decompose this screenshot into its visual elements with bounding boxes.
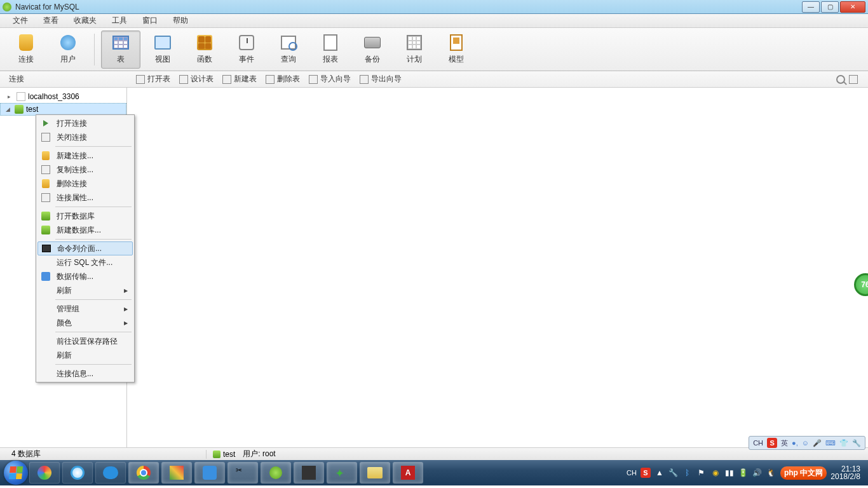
tool-function[interactable]: 函数 [185, 30, 224, 69]
tool-label: 查询 [281, 54, 296, 65]
status-user-label: 用户: root [243, 449, 275, 459]
tray-qq-icon[interactable]: 🐧 [766, 468, 776, 478]
language-bar[interactable]: CH S 英 ●, ☺ 🎤 ⌨ 👕 🔧 [749, 436, 865, 450]
taskbar-chrome[interactable] [128, 462, 159, 484]
chrome-icon [137, 466, 151, 480]
maximize-button[interactable]: ▢ [821, 1, 839, 13]
ime-mic-icon[interactable]: 🎤 [813, 439, 822, 447]
ctx-refresh2[interactable]: 刷新 [37, 348, 133, 362]
ctx-open-connection[interactable]: 打开连接 [37, 116, 133, 130]
tray-360-icon[interactable]: ◉ [710, 468, 721, 478]
ctx-delete-connection[interactable]: 删除连接 [37, 177, 133, 191]
taskbar-baidu-cloud[interactable] [95, 462, 126, 484]
ctx-goto-save-path[interactable]: 前往设置保存路径 [37, 334, 133, 348]
tool-connection[interactable]: 连接 [6, 30, 46, 69]
taskbar-wechat[interactable]: ✦ [327, 462, 357, 484]
import-wizard-button[interactable]: 导入向导 [305, 72, 355, 86]
ime-keyboard-icon[interactable]: ⌨ [825, 439, 836, 447]
taskbar-ie[interactable] [62, 462, 93, 484]
ctx-refresh[interactable]: 刷新▶ [37, 283, 133, 297]
tree-connection-item[interactable]: ▸ localhost_3306 [0, 90, 126, 103]
ctx-copy-connection[interactable]: 复制连接... [37, 163, 133, 177]
ime-emoji-icon[interactable]: ☺ [802, 439, 809, 447]
open-table-button[interactable]: 打开表 [132, 72, 174, 86]
search-icon[interactable] [836, 75, 845, 84]
taskbar-app-6[interactable] [194, 462, 225, 484]
tool-view[interactable]: 视图 [143, 30, 182, 69]
delete-table-button[interactable]: 删除表 [262, 72, 304, 86]
tool-report[interactable]: 报表 [311, 30, 350, 69]
menu-file[interactable]: 文件 [5, 13, 36, 28]
ctx-open-database[interactable]: 打开数据库 [37, 209, 133, 223]
ctx-manage-group[interactable]: 管理组▶ [37, 302, 133, 316]
tray-volume-icon[interactable]: 🔊 [752, 468, 763, 478]
window-titlebar: Navicat for MySQL — ▢ ✕ [0, 0, 868, 14]
connection-icon [17, 92, 25, 101]
design-table-button[interactable]: 设计表 [175, 72, 217, 86]
tray-battery-icon[interactable]: 🔋 [738, 468, 749, 478]
menu-window[interactable]: 窗口 [135, 13, 165, 28]
tray-lang[interactable]: CH [627, 469, 637, 477]
ctx-close-connection[interactable]: 关闭连接 [37, 130, 133, 144]
tray-tool-icon[interactable]: 🔧 [668, 468, 679, 478]
tool-backup[interactable]: 备份 [353, 30, 392, 69]
ctx-color[interactable]: 颜色▶ [37, 316, 133, 330]
tool-query[interactable]: 查询 [269, 30, 308, 69]
tool-model[interactable]: 模型 [437, 30, 476, 69]
tray-clock[interactable]: 21:13 2018/2/8 [831, 465, 860, 480]
new-table-button[interactable]: 新建表 [219, 72, 261, 86]
menu-view[interactable]: 查看 [36, 13, 66, 28]
tray-flag-icon[interactable]: ⚑ [696, 468, 707, 478]
ime-punct-icon[interactable]: ●, [792, 439, 798, 447]
taskbar-app-8[interactable] [294, 462, 324, 484]
start-button[interactable] [4, 461, 28, 485]
report-icon [320, 34, 341, 51]
expander-icon[interactable]: ◢ [6, 106, 12, 112]
ctx-data-transfer[interactable]: 数据传输... [37, 269, 133, 283]
php-cn-badge[interactable]: php 中文网 [780, 466, 827, 480]
sogou-ime-icon[interactable]: S [767, 438, 777, 448]
ctx-new-connection[interactable]: 新建连接... [37, 149, 133, 163]
ctx-connection-info[interactable]: 连接信息... [37, 367, 133, 381]
menu-tools[interactable]: 工具 [104, 13, 135, 28]
lang-ch[interactable]: CH [753, 439, 763, 447]
event-icon [236, 34, 257, 51]
export-wizard-button[interactable]: 导出向导 [356, 72, 405, 86]
lang-mode[interactable]: 英 [781, 438, 788, 448]
tray-bluetooth-icon[interactable]: ᛒ [682, 468, 693, 478]
ime-skin-icon[interactable]: 👕 [839, 439, 848, 447]
expander-icon[interactable]: ▸ [8, 93, 14, 100]
tool-table[interactable]: 表 [101, 30, 140, 69]
ctx-connection-props[interactable]: 连接属性... [37, 191, 133, 205]
taskbar-app-5[interactable] [161, 462, 192, 484]
tray-up-icon[interactable]: ▲ [654, 468, 665, 478]
taskbar-adobe[interactable]: A [393, 462, 423, 484]
scissors-icon: ✂ [236, 466, 250, 480]
tool-label: 模型 [449, 54, 464, 65]
ctx-console[interactable]: 命令列介面... [37, 241, 133, 255]
view-icon [153, 34, 173, 51]
taskbar-navicat[interactable] [261, 462, 291, 484]
connection-label: localhost_3306 [28, 92, 79, 101]
taskbar-snip[interactable]: ✂ [227, 462, 258, 484]
tool-schedule[interactable]: 计划 [395, 30, 434, 69]
btn-label: 删除表 [277, 74, 300, 85]
tool-user[interactable]: 用户 [48, 30, 88, 69]
close-button[interactable]: ✕ [840, 1, 865, 13]
new-conn-icon [42, 151, 50, 160]
menu-help[interactable]: 帮助 [165, 13, 196, 28]
submenu-arrow-icon: ▶ [124, 320, 128, 326]
ime-settings-icon[interactable]: 🔧 [852, 439, 861, 447]
taskbar-explorer[interactable] [360, 462, 390, 484]
menu-favorites[interactable]: 收藏夹 [66, 13, 104, 28]
taskbar-app-1[interactable] [29, 462, 60, 484]
tree-database-item[interactable]: ◢ test [0, 103, 126, 116]
tray-network-icon[interactable]: ▮▮ [724, 468, 735, 478]
minimize-button[interactable]: — [802, 1, 820, 13]
tray-ime-icon[interactable]: S [641, 468, 651, 478]
tool-event[interactable]: 事件 [227, 30, 266, 69]
view-mode-icon[interactable] [849, 75, 858, 84]
badge-value: 76 [861, 280, 868, 289]
ctx-new-database[interactable]: 新建数据库... [37, 223, 133, 237]
ctx-run-sql[interactable]: 运行 SQL 文件... [37, 255, 133, 269]
